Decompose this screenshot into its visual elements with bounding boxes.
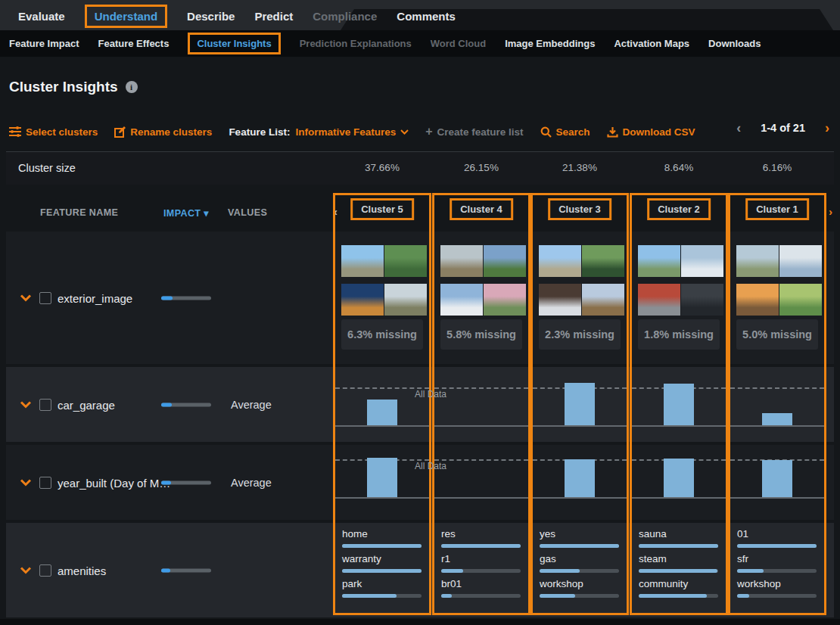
top-nav-items: Evaluate Understand Describe Predict Com… <box>18 6 456 26</box>
feature-list-dropdown[interactable]: Informative Features <box>295 126 409 138</box>
house-photo-thumbnail[interactable] <box>440 245 483 277</box>
subtab-image-embeddings[interactable]: Image Embeddings <box>505 38 595 49</box>
subtab-downloads[interactable]: Downloads <box>708 38 761 49</box>
cluster-bar <box>565 383 595 425</box>
amenity-word: steam <box>639 553 667 564</box>
expand-chevron-icon[interactable] <box>20 478 32 487</box>
feature-checkbox[interactable] <box>39 399 51 411</box>
subtab-feature-effects[interactable]: Feature Effects <box>98 38 169 49</box>
search-label: Search <box>556 126 590 138</box>
house-photo-thumbnail[interactable] <box>384 245 427 277</box>
missing-percent-badge: 5.8% missing <box>440 319 522 350</box>
tab-predict[interactable]: Predict <box>254 10 293 23</box>
values-header: VALUES <box>228 207 267 218</box>
missing-percent-badge: 2.3% missing <box>539 319 621 350</box>
house-photo-thumbnail[interactable] <box>484 284 526 316</box>
feature-list-value: Informative Features <box>295 126 396 138</box>
tab-comments[interactable]: Comments <box>397 10 456 23</box>
tab-describe[interactable]: Describe <box>187 10 235 23</box>
amenity-frequency-bar <box>639 544 718 548</box>
amenity-frequency-fill <box>540 594 575 598</box>
house-photo-thumbnail[interactable] <box>440 284 483 316</box>
amenity-frequency-bar <box>342 594 422 598</box>
house-photo-thumbnail[interactable] <box>484 245 526 277</box>
impact-bar-fill <box>161 403 172 406</box>
amenity-frequency-bar <box>540 544 619 548</box>
cluster-insights-screen: Evaluate Understand Describe Predict Com… <box>0 0 840 625</box>
expand-chevron-icon[interactable] <box>20 400 32 409</box>
cluster-bar <box>367 400 397 425</box>
chart-baseline <box>632 497 726 499</box>
cluster-header-label[interactable]: Cluster 3 <box>548 198 611 220</box>
subtab-word-cloud: Word Cloud <box>431 38 486 49</box>
house-photo-thumbnail[interactable] <box>736 245 779 277</box>
subtab-prediction-explanations: Prediction Explanations <box>300 38 412 49</box>
house-photo-thumbnail[interactable] <box>779 245 822 277</box>
amenity-frequency-fill <box>639 594 707 598</box>
chart-baseline <box>730 497 824 499</box>
cluster-column-cluster-4: Cluster 45.8% missingresr1br01 <box>432 193 530 615</box>
tab-evaluate[interactable]: Evaluate <box>18 10 65 23</box>
amenity-word: br01 <box>441 578 462 589</box>
cluster-bar <box>762 460 792 497</box>
amenity-frequency-fill <box>441 569 463 573</box>
amenity-frequency-bar <box>639 594 718 598</box>
impact-bar-fill <box>161 296 173 300</box>
search-button[interactable]: Search <box>540 126 590 138</box>
house-photo-thumbnail[interactable] <box>384 284 427 316</box>
expand-chevron-icon[interactable] <box>20 566 32 574</box>
rename-clusters-button[interactable]: Rename clusters <box>114 126 212 138</box>
amenity-frequency-fill <box>342 544 422 548</box>
house-photo-thumbnail[interactable] <box>736 284 779 316</box>
subtab-activation-maps[interactable]: Activation Maps <box>614 38 689 49</box>
pagination: ‹ 1-4 of 21 › <box>736 121 829 135</box>
cluster-header-label[interactable]: Cluster 2 <box>647 198 711 220</box>
all-data-reference-label: All Data <box>415 461 446 471</box>
amenity-word: sfr <box>737 553 748 564</box>
next-page-icon[interactable]: › <box>825 121 829 135</box>
house-photo-thumbnail[interactable] <box>638 284 680 316</box>
feature-checkbox[interactable] <box>39 564 51 577</box>
cluster-size-value: 8.64% <box>630 162 728 173</box>
tab-understand[interactable]: Understand <box>85 5 167 28</box>
chart-baseline <box>434 425 528 427</box>
select-clusters-button[interactable]: Select clusters <box>9 126 98 138</box>
cluster-header-label[interactable]: Cluster 5 <box>350 198 414 220</box>
expand-chevron-icon[interactable] <box>20 294 32 302</box>
house-photo-thumbnail[interactable] <box>779 284 822 316</box>
missing-percent-badge: 6.3% missing <box>341 319 423 350</box>
house-photo-thumbnail[interactable] <box>539 245 581 277</box>
amenity-word: workshop <box>737 578 781 589</box>
subtab-cluster-insights[interactable]: Cluster Insights <box>188 33 280 54</box>
page-range: 1-4 of 21 <box>761 122 805 134</box>
chart-baseline <box>434 497 528 499</box>
amenity-word: park <box>342 578 362 589</box>
cluster-size-value: 6.16% <box>728 162 826 173</box>
cluster-size-value: 37.66% <box>333 162 431 173</box>
house-photo-thumbnail[interactable] <box>638 245 680 277</box>
house-photo-thumbnail[interactable] <box>582 245 624 277</box>
sort-desc-icon: ▾ <box>204 208 209 219</box>
chevron-down-icon <box>400 129 409 135</box>
feature-checkbox[interactable] <box>39 477 51 489</box>
subtab-feature-impact[interactable]: Feature Impact <box>9 38 79 49</box>
download-csv-button[interactable]: Download CSV <box>607 126 695 138</box>
house-photo-thumbnail[interactable] <box>582 284 624 316</box>
house-photo-thumbnail[interactable] <box>681 245 723 277</box>
impact-sort-header[interactable]: IMPACT ▾ <box>163 207 209 219</box>
scroll-clusters-right-icon[interactable]: › <box>829 206 832 217</box>
feature-checkbox[interactable] <box>39 292 51 304</box>
amenity-frequency-bar <box>737 594 817 598</box>
house-photo-thumbnail[interactable] <box>341 245 384 277</box>
cluster-header-label[interactable]: Cluster 4 <box>450 198 513 220</box>
all-data-dashed-line <box>434 459 528 461</box>
amenity-word: home <box>342 528 368 539</box>
house-photo-thumbnail[interactable] <box>539 284 581 316</box>
house-photo-thumbnail[interactable] <box>341 284 384 316</box>
feature-value: Average <box>231 399 272 411</box>
select-clusters-label: Select clusters <box>26 126 98 138</box>
info-icon[interactable]: i <box>126 81 138 93</box>
prev-page-icon[interactable]: ‹ <box>736 121 741 135</box>
house-photo-thumbnail[interactable] <box>681 284 723 316</box>
cluster-header-label[interactable]: Cluster 1 <box>745 198 809 220</box>
